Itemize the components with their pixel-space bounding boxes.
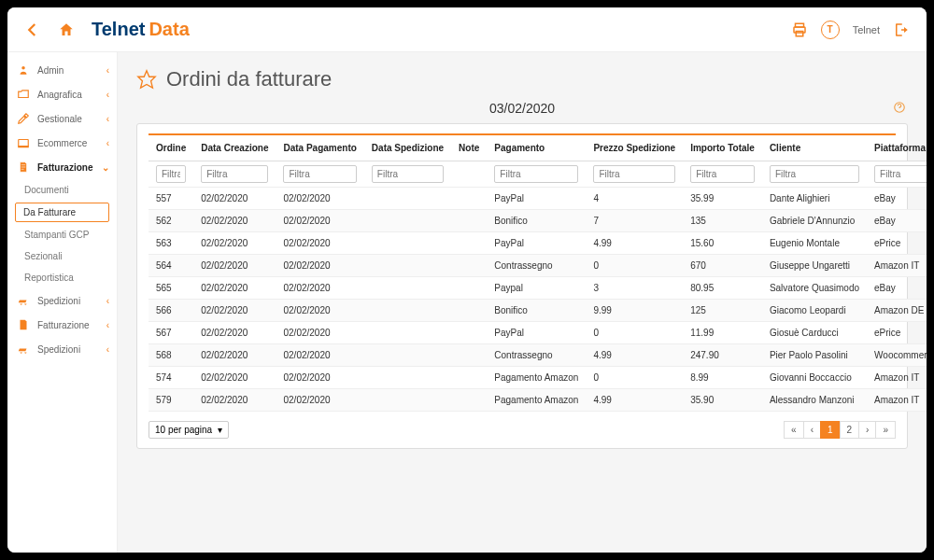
avatar[interactable]: T bbox=[821, 21, 840, 39]
sidebar-item2-1[interactable]: Fatturazione‹ bbox=[7, 313, 117, 337]
page-title: Ordini da fatturare bbox=[166, 67, 332, 91]
per-page-select[interactable]: 10 per pagina ▾ bbox=[149, 421, 229, 439]
chevron-icon: ‹ bbox=[106, 138, 109, 148]
filter-input[interactable] bbox=[372, 165, 444, 183]
sidebar-sub-reportistica[interactable]: Reportistica bbox=[7, 267, 117, 288]
col-header[interactable]: Data Pagamento bbox=[276, 135, 363, 161]
cell-dc: 02/02/2020 bbox=[193, 255, 276, 277]
cell-pag: Contrassegno bbox=[487, 255, 586, 277]
logout-icon[interactable] bbox=[893, 21, 910, 38]
cell-pl: Amazon IT bbox=[867, 255, 927, 277]
chevron-icon: ‹ bbox=[106, 65, 109, 76]
col-header[interactable]: Data Spedizione bbox=[364, 135, 451, 161]
table-row[interactable]: 57402/02/202002/02/2020Pagamento Amazon0… bbox=[149, 367, 927, 389]
cell-dp: 02/02/2020 bbox=[276, 300, 363, 322]
sidebar-item-admin[interactable]: Admin‹ bbox=[7, 58, 117, 82]
table-row[interactable]: 57902/02/202002/02/2020Pagamento Amazon4… bbox=[149, 389, 927, 412]
cell-cli: Giacomo Leopardi bbox=[762, 300, 867, 322]
cell-ds bbox=[364, 188, 451, 210]
table-row[interactable]: 56202/02/202002/02/2020Bonifico7135Gabri… bbox=[149, 210, 927, 232]
sidebar-label: Gestionale bbox=[37, 114, 82, 124]
sidebar-item-fatturazione[interactable]: Fatturazione⌄ bbox=[7, 155, 117, 179]
filter-input[interactable] bbox=[690, 165, 755, 183]
print-icon[interactable] bbox=[791, 21, 808, 38]
cell-ds bbox=[364, 367, 451, 389]
chevron-icon: ‹ bbox=[106, 114, 109, 124]
table-row[interactable]: 56702/02/202002/02/2020PayPal011.99Giosu… bbox=[149, 322, 927, 344]
cell-ord: 564 bbox=[149, 255, 193, 277]
sidebar-label: Spedizioni bbox=[37, 296, 80, 306]
table-row[interactable]: 56602/02/202002/02/2020Bonifico9.99125Gi… bbox=[149, 300, 927, 322]
sidebar-item-ecommerce[interactable]: Ecommerce‹ bbox=[7, 131, 117, 155]
sidebar-label: Spedizioni bbox=[37, 344, 80, 355]
col-header[interactable]: Ordine bbox=[149, 135, 193, 161]
col-header[interactable]: Data Creazione bbox=[193, 135, 276, 161]
cell-cli: Pier Paolo Pasolini bbox=[762, 344, 867, 367]
home-icon[interactable] bbox=[58, 21, 75, 38]
pager-prev[interactable]: ‹ bbox=[803, 421, 821, 439]
filter-input[interactable] bbox=[201, 165, 268, 183]
cell-dp: 02/02/2020 bbox=[276, 188, 363, 210]
filter-input[interactable] bbox=[593, 165, 675, 183]
filter-input[interactable] bbox=[494, 165, 578, 183]
sidebar-icon bbox=[17, 343, 30, 356]
sidebar-icon bbox=[17, 318, 30, 331]
filter-input[interactable] bbox=[770, 165, 859, 183]
pager-prev[interactable]: « bbox=[784, 421, 804, 439]
cell-ps: 9.99 bbox=[586, 300, 683, 322]
cell-cli: Alessandro Manzoni bbox=[762, 389, 867, 412]
table-row[interactable]: 56402/02/202002/02/2020Contrassegno0670G… bbox=[149, 255, 927, 277]
cell-dp: 02/02/2020 bbox=[276, 389, 363, 412]
cell-ord: 574 bbox=[149, 367, 193, 389]
back-icon[interactable] bbox=[24, 21, 41, 38]
cell-cli: Giuseppe Ungaretti bbox=[762, 255, 867, 277]
sidebar-item-gestionale[interactable]: Gestionale‹ bbox=[7, 106, 117, 131]
cell-pag: Pagamento Amazon bbox=[487, 389, 586, 412]
cell-ds bbox=[364, 255, 451, 277]
cell-note bbox=[451, 322, 487, 344]
table-footer: 10 per pagina ▾ «‹12›» bbox=[149, 421, 896, 439]
cell-it: 247.90 bbox=[683, 344, 762, 367]
brand-part1: Telnet bbox=[92, 19, 145, 40]
cell-dp: 02/02/2020 bbox=[276, 210, 363, 232]
cell-ds bbox=[364, 322, 451, 344]
cell-note bbox=[451, 277, 487, 300]
brand-logo: Telnet Data bbox=[92, 19, 190, 40]
cell-cli: Gabriele D'Annunzio bbox=[762, 210, 867, 232]
pager-next[interactable]: » bbox=[875, 421, 896, 439]
sidebar-sub-stampanti-gcp[interactable]: Stampanti GCP bbox=[7, 224, 117, 245]
cell-note bbox=[451, 255, 487, 277]
cell-ds bbox=[364, 232, 451, 255]
content: Ordini da fatturare 03/02/2020 OrdineDat… bbox=[118, 52, 927, 553]
cell-dc: 02/02/2020 bbox=[193, 210, 276, 232]
filter-input[interactable] bbox=[283, 165, 356, 183]
cell-note bbox=[451, 389, 487, 412]
sidebar-sub-da-fatturare[interactable]: Da Fatturare bbox=[15, 203, 109, 222]
sidebar-sub-sezionali[interactable]: Sezionali bbox=[7, 245, 117, 267]
cell-pag: Bonifico bbox=[487, 210, 586, 232]
table-row[interactable]: 56802/02/202002/02/2020Contrassegno4.992… bbox=[149, 344, 927, 367]
col-header[interactable]: Pagamento bbox=[487, 135, 586, 161]
sidebar-sub-documenti[interactable]: Documenti bbox=[7, 179, 117, 201]
pager-page[interactable]: 1 bbox=[820, 421, 841, 439]
col-header[interactable]: Cliente bbox=[762, 135, 867, 161]
table-row[interactable]: 55702/02/202002/02/2020PayPal435.99Dante… bbox=[149, 188, 927, 210]
cell-pag: PayPal bbox=[487, 232, 586, 255]
sidebar-item-anagrafica[interactable]: Anagrafica‹ bbox=[7, 82, 117, 106]
chevron-icon: ‹ bbox=[106, 90, 109, 100]
table-row[interactable]: 56302/02/202002/02/2020PayPal4.9915.60Eu… bbox=[149, 232, 927, 255]
sidebar-item2-2[interactable]: Spedizioni‹ bbox=[7, 337, 117, 361]
sidebar-item2-0[interactable]: Spedizioni‹ bbox=[7, 288, 117, 313]
col-header[interactable]: Importo Totale bbox=[683, 135, 762, 161]
sidebar-label: Admin bbox=[37, 65, 64, 76]
col-header[interactable]: Piattaforma bbox=[867, 135, 927, 161]
pager-next[interactable]: › bbox=[858, 421, 876, 439]
cell-it: 670 bbox=[683, 255, 762, 277]
filter-input[interactable] bbox=[156, 165, 186, 183]
pager-page[interactable]: 2 bbox=[840, 421, 860, 439]
col-header[interactable]: Prezzo Spedizione bbox=[586, 135, 683, 161]
col-header[interactable]: Note bbox=[451, 135, 487, 161]
table-row[interactable]: 56502/02/202002/02/2020Paypal380.95Salva… bbox=[149, 277, 927, 300]
filter-input[interactable] bbox=[874, 165, 927, 183]
hint-icon[interactable] bbox=[893, 101, 906, 114]
